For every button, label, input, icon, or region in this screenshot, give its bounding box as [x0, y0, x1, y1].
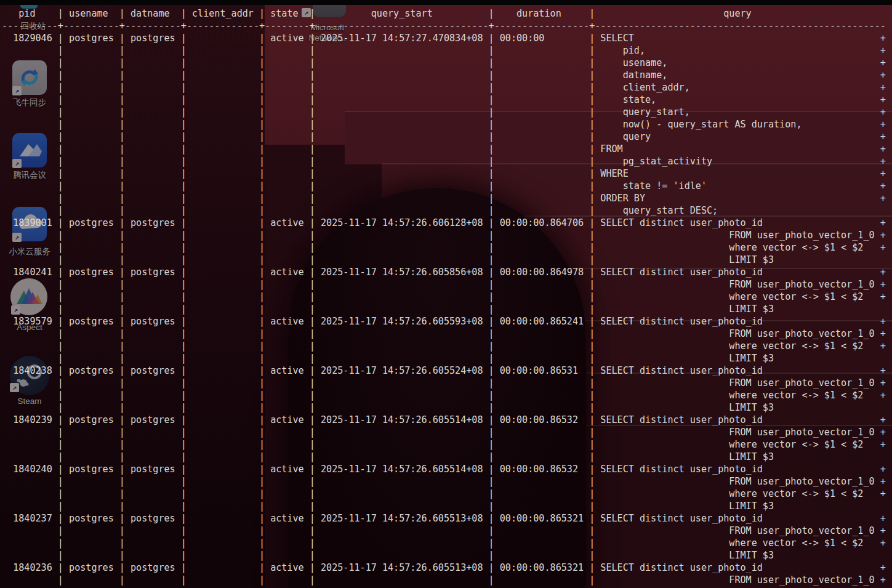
terminal-line: | | | | | | | ORDER BY +	[2, 192, 892, 204]
terminal-line: | | | | | | | LIMIT $3	[2, 451, 892, 463]
terminal-line: | | | | | | | LIMIT $3	[2, 401, 892, 414]
top-edge-bar	[0, 0, 892, 5]
terminal-line: | | | | | | | state != 'idle' +	[2, 180, 892, 192]
terminal-line: | | | | | | | where vector <-> $1 < $2 +	[2, 340, 892, 352]
terminal-line: | | | | | | | where vector <-> $1 < $2 +	[2, 241, 892, 254]
terminal-line: | | | | | | | where vector <-> $1 < $2 +	[2, 488, 892, 500]
terminal-line: | | | | | | | usename, +	[2, 57, 892, 69]
terminal-line: | | | | | | | FROM user_photo_vector_1_0…	[2, 426, 892, 438]
screen: 回收站 ↗ Microsoft Network... ↗ 飞牛同步	[0, 0, 892, 588]
terminal-line: | | | | | | | where vector <-> $1 < $2 +	[2, 291, 892, 303]
terminal-line: | | | | | | | FROM user_photo_vector_1_0…	[2, 328, 892, 340]
terminal-line: 1839579 | postgres | postgres | | active…	[2, 315, 892, 328]
terminal-line: | | | | | | | LIMIT $3	[2, 500, 892, 512]
psql-output: pid | usename | datname | client_addr | …	[2, 7, 892, 588]
terminal-line: 1840240 | postgres | postgres | | active…	[2, 463, 892, 475]
terminal-line: | | | | | | | FROM user_photo_vector_1_0…	[2, 229, 892, 241]
terminal-line: 1840236 | postgres | postgres | | active…	[2, 562, 892, 574]
terminal-line: | | | | | | | now() - query_start AS dur…	[2, 118, 892, 131]
terminal-line: | | | | | | | where vector <-> $1 < $2 +	[2, 537, 892, 549]
terminal-line: | | | | | | | WHERE +	[2, 167, 892, 180]
terminal-line: | | | | | | | LIMIT $3	[2, 303, 892, 315]
terminal-window[interactable]: pid | usename | datname | client_addr | …	[0, 0, 892, 588]
terminal-line: ----------+----------+----------+-------…	[2, 20, 892, 32]
terminal-line: | | | | | | | FROM user_photo_vector_1_0…	[2, 525, 892, 537]
terminal-line: | | | | | | | where vector <-> $1 < $2 +	[2, 438, 892, 451]
terminal-line: | | | | | | | client_addr, +	[2, 81, 892, 94]
terminal-line: | | | | | | | query +	[2, 131, 892, 143]
terminal-line: 1840241 | postgres | postgres | | active…	[2, 266, 892, 278]
terminal-line: 1840238 | postgres | postgres | | active…	[2, 364, 892, 377]
terminal-line: | | | | | | | pg_stat_activity +	[2, 155, 892, 167]
terminal-line: | | | | | | | FROM user_photo_vector_1_0…	[2, 377, 892, 389]
terminal-line: | | | | | | | LIMIT $3	[2, 549, 892, 562]
terminal-line: | | | | | | | where vector <-> $1 < $2 +	[2, 389, 892, 401]
terminal-line: | | | | | | | state, +	[2, 94, 892, 106]
terminal-line: | | | | | | | FROM user_photo_vector_1_0…	[2, 278, 892, 291]
terminal-line: | | | | | | | datname, +	[2, 69, 892, 81]
terminal-line: | | | | | | | FROM user_photo_vector_1_0…	[2, 574, 892, 586]
terminal-line: pid | usename | datname | client_addr | …	[2, 7, 892, 20]
terminal-line: | | | | | | | FROM +	[2, 143, 892, 155]
terminal-line: | | | | | | | pid, +	[2, 44, 892, 57]
terminal-line: | | | | | | | LIMIT $3	[2, 352, 892, 364]
terminal-line: 1839001 | postgres | postgres | | active…	[2, 217, 892, 229]
terminal-line: | | | | | | | LIMIT $3	[2, 254, 892, 266]
terminal-line: 1840239 | postgres | postgres | | active…	[2, 414, 892, 426]
terminal-line: 1840237 | postgres | postgres | | active…	[2, 512, 892, 525]
terminal-line: | | | | | | | query_start DESC;	[2, 204, 892, 217]
terminal-line: | | | | | | | query_start, +	[2, 106, 892, 118]
terminal-line: | | | | | | | FROM user_photo_vector_1_0…	[2, 475, 892, 488]
terminal-line: 1829046 | postgres | postgres | | active…	[2, 32, 892, 44]
